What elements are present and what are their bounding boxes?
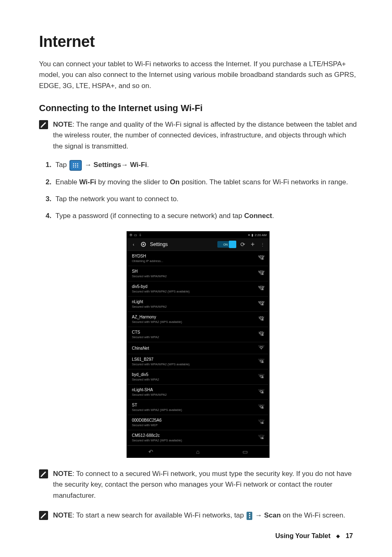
arrow: → [85,161,94,169]
home-icon[interactable]: ⌂ [196,448,199,455]
wifi-network-item[interactable]: byd_div5Secured with WPA2 [127,369,269,385]
wifi-network-item[interactable]: 000D0B6C25A6Secured with WEP [127,415,269,430]
network-name: CM512-688c2c [132,433,182,438]
wifi-signal-icon [258,301,264,307]
svg-point-2 [75,163,76,164]
wifi-network-item[interactable]: BYDSHObtaining IP address... [127,251,269,266]
svg-point-35 [261,439,262,439]
note-1: NOTE: The range and quality of the Wi-Fi… [39,119,357,152]
network-name: AZ_Harmony [132,315,182,319]
wifi-signal-icon [258,435,264,441]
step-2: Enable Wi-Fi by moving the slider to On … [48,176,357,188]
wifi-toggle[interactable]: ON [217,241,236,248]
note-body: : To connect to a secured Wi-Fi network,… [53,470,352,499]
wps-icon[interactable]: ⟳ [240,241,246,248]
svg-rect-19 [262,304,263,305]
svg-rect-21 [262,319,263,320]
settings-action-bar: ‹ Settings ON ⟳ + ⋮ [127,238,269,251]
svg-rect-0 [41,127,42,128]
svg-point-7 [73,166,74,167]
wifi-signal-icon [258,286,264,292]
wifi-network-item[interactable]: LS61_B297Secured with WPA/WPA2 (WPS avai… [127,354,269,369]
note-icon [39,120,48,129]
step-1-post: . [147,161,149,169]
arrow: → [255,511,264,519]
overflow-menu-icon [247,512,252,520]
network-subtext: Secured with WPA2 [132,378,159,381]
back-chevron-icon[interactable]: ‹ [130,241,137,248]
battery-icon: ▮ [251,233,253,237]
apps-grid-icon [69,160,82,171]
wifi-signal-icon [258,316,264,322]
usb-icon: ⚙ [129,233,132,237]
wifi-signal-icon [258,420,264,425]
network-subtext: Secured with WPA/WPA2 (WPS available) [132,290,190,293]
network-subtext: Secured with WEP [132,423,161,427]
note-body: : The range and quality of the Wi-Fi sig… [53,121,357,150]
note-label: NOTE [53,470,72,478]
status-time: 2:20 AM [255,233,267,237]
network-name: nLight [132,299,167,304]
step-3: Tap the network you want to connect to. [48,193,357,204]
network-name: SH [132,269,167,274]
wifi-network-list: BYDSHObtaining IP address...SHSecured wi… [127,251,269,446]
network-name: LS61_B297 [132,357,190,362]
wifi-network-item[interactable]: nLight-SHASecured with WPA/WPA2 [127,385,269,400]
status-bar: ⚙ ▭ ⇩ ▾ ▮ 2:20 AM [127,232,269,238]
svg-point-22 [261,335,262,336]
network-name: nLight-SHA [132,388,167,392]
wifi-network-item[interactable]: AZ_HarmonySecured with WPA2 (WPS availab… [127,312,269,327]
network-name: BYDSH [132,254,163,258]
wifi-settings-screenshot: ⚙ ▭ ⇩ ▾ ▮ 2:20 AM ‹ Settings ON ⟳ + ⋮ [127,231,270,458]
svg-rect-15 [262,274,263,275]
recents-icon[interactable]: ▭ [242,448,248,455]
wifi-signal-icon [258,271,264,276]
nav-bar: ↶ ⌂ ▭ [127,446,269,457]
svg-rect-13 [262,258,263,260]
svg-point-9 [77,166,78,167]
wifi-word: Wi-Fi [79,178,96,186]
svg-point-24 [261,349,262,350]
wifi-signal-icon [258,389,264,395]
network-subtext: Secured with WPA/WPA2 [132,305,167,309]
wifi-network-item[interactable]: ChinaNet [127,342,269,354]
scan-word: Scan [264,511,281,519]
network-name: byd_div5 [132,372,159,377]
network-name: div5-byd [132,284,190,289]
page-title: Internet [39,33,357,51]
on-word: On [170,178,180,186]
settings-word: Settings [94,161,121,169]
settings-gear-icon [140,241,147,248]
svg-rect-26 [262,362,263,363]
step-2-post: position. The tablet scans for Wi-Fi net… [182,178,348,186]
wifi-network-item[interactable]: SHSecured with WPA/WPA2 [127,266,269,281]
section-heading: Connecting to the Internet using Wi-Fi [39,103,357,114]
wifi-network-item[interactable]: CTSSecured with WPA2 [127,327,269,342]
overflow-menu-icon[interactable]: ⋮ [259,241,266,248]
svg-point-4 [73,165,74,166]
svg-point-6 [77,165,78,166]
add-network-icon[interactable]: + [249,241,256,248]
network-name: ST [132,403,182,407]
step-4-post: . [272,212,274,220]
action-bar-title: Settings [150,241,168,247]
svg-rect-23 [262,334,263,336]
wifi-network-item[interactable]: CM512-688c2cSecured with WPA2 (WPS avail… [127,430,269,446]
wifi-network-item[interactable]: STSecured with WPA2 (WPS available) [127,400,269,415]
wifi-network-item[interactable]: nLightSecured with WPA/WPA2 [127,297,269,312]
back-icon[interactable]: ↶ [148,448,153,455]
svg-point-25 [261,362,262,363]
toggle-label: ON [224,243,228,246]
footer-page-number: 17 [346,532,353,540]
network-subtext: Secured with WPA2 (WPS available) [132,320,182,324]
network-name: ChinaNet [132,346,149,350]
screenshot-icon: ▭ [134,233,137,237]
footer-diamond-icon: ◆ [336,533,340,539]
note-label: NOTE [53,511,72,519]
wifi-network-item[interactable]: div5-bydSecured with WPA/WPA2 (WPS avail… [127,281,269,297]
network-name: 000D0B6C25A6 [132,418,161,422]
svg-point-12 [261,259,262,260]
svg-rect-32 [262,407,263,408]
note3-post: on the Wi-Fi screen. [283,511,345,519]
note-2: NOTE: To connect to a secured Wi-Fi netw… [39,469,357,501]
